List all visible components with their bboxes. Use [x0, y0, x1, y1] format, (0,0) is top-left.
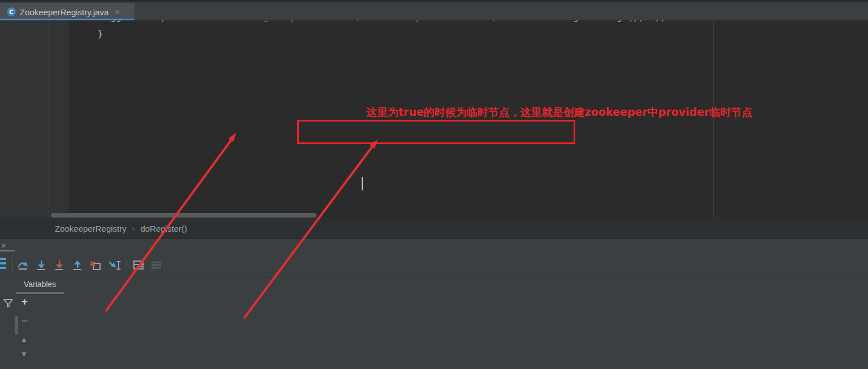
code-token: } — [76, 28, 103, 39]
filter-funnel-icon[interactable] — [3, 299, 13, 310]
tab-title: ZookeeperRegistry.java — [20, 7, 108, 17]
panel-divider — [0, 277, 868, 277]
breadcrumb-class[interactable]: ZookeeperRegistry — [55, 224, 127, 233]
step-over-icon[interactable] — [16, 258, 31, 272]
run-to-cursor-icon[interactable] — [107, 258, 122, 272]
step-out-icon[interactable] — [70, 258, 85, 272]
tab-close-icon[interactable]: × — [115, 7, 119, 16]
close-icon[interactable]: × — [1, 241, 6, 250]
annotation-highlight-box — [297, 120, 575, 144]
step-into-icon[interactable] — [34, 258, 49, 272]
breadcrumb-method[interactable]: doRegister() — [140, 224, 187, 233]
tab-variables[interactable]: Variables — [24, 280, 56, 289]
editor-gutter[interactable] — [0, 20, 68, 218]
variables-tab-underline — [16, 292, 64, 294]
code-line-122[interactable]: } — [76, 26, 103, 42]
editor-tab-bar: C ZookeeperRegistry.java × — [0, 0, 868, 22]
ide-window: C ZookeeperRegistry.java × logger.warn("… — [0, 0, 868, 369]
show-execution-point-icon[interactable] — [0, 258, 6, 272]
breadcrumb: ZookeeperRegistry › doRegister() — [0, 218, 868, 238]
code-token: + e.getMessage(), e); — [546, 20, 666, 23]
next-frame-icon[interactable]: ▼ — [20, 350, 28, 358]
drop-frame-icon[interactable] — [88, 258, 103, 272]
code-token: "Failed to save registry cache file, wil… — [165, 20, 546, 23]
code-token: logger.warn( — [99, 20, 165, 23]
annotation-note: 这里为true的时候为临时节点，这里就是创建zookeeper中provider… — [366, 105, 753, 120]
tool-tab-underline-fragment — [0, 250, 15, 251]
gutter-guide-line — [49, 20, 49, 218]
text-caret — [362, 177, 363, 190]
add-watch-button[interactable]: + — [21, 297, 28, 307]
tab-zookeeperregistry[interactable]: C ZookeeperRegistry.java × — [0, 3, 134, 20]
java-class-icon: C — [7, 7, 16, 16]
remove-watch-button[interactable]: − — [21, 316, 28, 326]
evaluate-expression-icon[interactable] — [131, 258, 146, 272]
previous-frame-icon[interactable]: ▲ — [20, 335, 28, 344]
toolbar-separator — [127, 258, 127, 272]
toolbar-separator — [12, 258, 13, 272]
code-line-121[interactable]: logger.warn("Failed to save registry cac… — [99, 20, 666, 26]
debug-tool-window: × Variables — [0, 238, 868, 369]
trace-current-stream-icon[interactable] — [149, 258, 164, 272]
force-step-into-icon[interactable] — [52, 258, 67, 272]
frames-scrollbar[interactable] — [15, 316, 18, 335]
breadcrumb-separator: › — [132, 224, 135, 233]
horizontal-scrollbar[interactable] — [51, 213, 316, 218]
